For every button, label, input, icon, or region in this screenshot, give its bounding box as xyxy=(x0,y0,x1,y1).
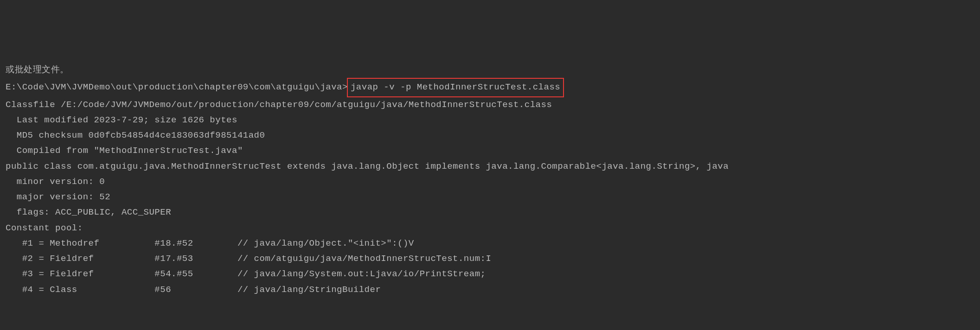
output-flags: flags: ACC_PUBLIC, ACC_SUPER xyxy=(6,205,974,220)
command-line[interactable]: E:\Code\JVM\JVMDemo\out\production\chapt… xyxy=(6,78,974,97)
output-md5: MD5 checksum 0d0fcb54854d4ce183063df9851… xyxy=(6,128,974,143)
output-constant-pool-header: Constant pool: xyxy=(6,221,974,236)
output-minor-version: minor version: 0 xyxy=(6,174,974,190)
output-class-declaration: public class com.atguigu.java.MethodInne… xyxy=(6,159,974,174)
output-constant-2: #2 = Fieldref #17.#53 // com/atguigu/jav… xyxy=(6,251,974,267)
error-message-tail: 或批处理文件。 xyxy=(6,63,974,78)
output-constant-1: #1 = Methodref #18.#52 // java/lang/Obje… xyxy=(6,236,974,251)
terminal-output: 或批处理文件。E:\Code\JVM\JVMDemo\out\productio… xyxy=(6,63,974,298)
command-highlight: javap -v -p MethodInnerStrucTest.class xyxy=(347,78,564,97)
prompt-path: E:\Code\JVM\JVMDemo\out\production\chapt… xyxy=(6,82,348,92)
output-last-modified: Last modified 2023-7-29; size 1626 bytes xyxy=(6,113,974,128)
output-classfile: Classfile /E:/Code/JVM/JVMDemo/out/produ… xyxy=(6,97,974,113)
output-constant-3: #3 = Fieldref #54.#55 // java/lang/Syste… xyxy=(6,267,974,282)
output-major-version: major version: 52 xyxy=(6,190,974,205)
output-compiled-from: Compiled from "MethodInnerStrucTest.java… xyxy=(6,143,974,159)
output-constant-4: #4 = Class #56 // java/lang/StringBuilde… xyxy=(6,282,974,298)
